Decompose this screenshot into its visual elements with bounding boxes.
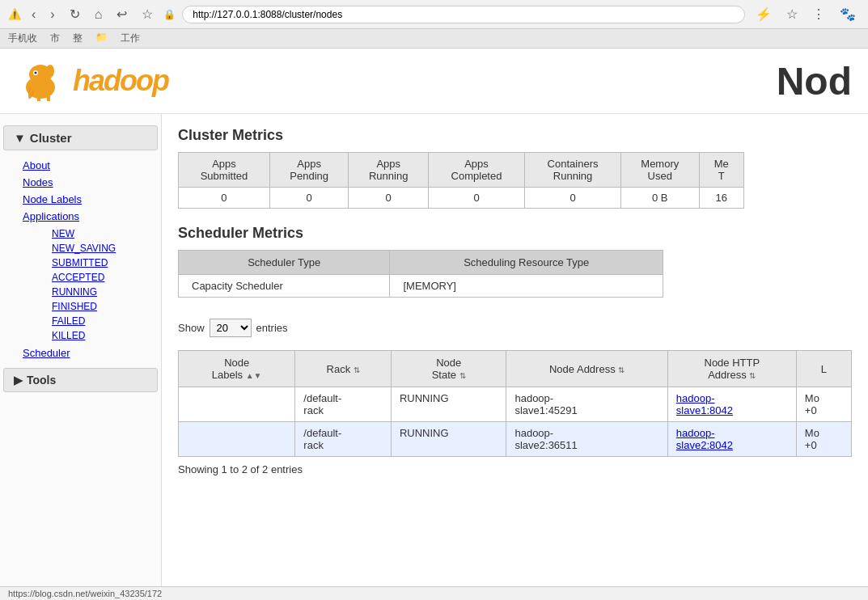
cluster-links: About Nodes Node Labels Applications NEW…: [0, 154, 161, 365]
sort-rack-icon: ⇅: [354, 365, 360, 374]
show-entries-control: Show 10 20 25 50 100 entries: [178, 314, 852, 342]
cell-last-1: Mo+0: [796, 387, 851, 422]
cell-last-2: Mo+0: [796, 422, 851, 457]
url-bar[interactable]: [182, 6, 745, 23]
cluster-metrics-table: AppsSubmitted AppsPending AppsRunning Ap…: [178, 152, 744, 209]
main-content: Cluster Metrics AppsSubmitted AppsPendin…: [162, 114, 868, 600]
applications-sub-links: NEW NEW_SAVING SUBMITTED ACCEPTED RUNNIN…: [16, 225, 161, 344]
sidebar-item-accepted[interactable]: ACCEPTED: [49, 270, 161, 285]
col-scheduling-resource-type: Scheduling Resource Type: [390, 251, 663, 275]
more-button[interactable]: ⋮: [808, 5, 829, 23]
back-button[interactable]: ‹: [28, 6, 40, 23]
col-last: L: [796, 351, 851, 387]
node-http-link-1[interactable]: hadoop-slave1:8042: [676, 392, 733, 416]
table-row: /default-rack RUNNING hadoop-slave2:3651…: [179, 422, 852, 457]
col-scheduler-type: Scheduler Type: [179, 251, 390, 275]
sidebar-item-submitted[interactable]: SUBMITTED: [49, 256, 161, 270]
sidebar-item-failed[interactable]: FAILED: [49, 314, 161, 328]
cell-node-labels-1: [179, 387, 295, 422]
tools-label: Tools: [27, 374, 56, 387]
svg-point-3: [35, 72, 37, 74]
val-scheduling-resource-type: [MEMORY]: [390, 275, 663, 298]
undo-button[interactable]: ↩: [112, 5, 131, 23]
cell-address-2: hadoop-slave2:36511: [506, 422, 667, 457]
node-http-link-2[interactable]: hadoop-slave2:8042: [676, 427, 733, 451]
val-memory-used: 0 B: [621, 188, 699, 209]
security-icon: 🔒: [163, 9, 176, 20]
sidebar-item-node-labels[interactable]: Node Labels: [16, 191, 161, 208]
page-header: hadoop Nod: [0, 49, 868, 114]
col-apps-pending: AppsPending: [269, 153, 349, 188]
toolbar-item-folder: 📁: [95, 32, 108, 45]
val-containers-running: 0: [525, 188, 621, 209]
val-apps-submitted: 0: [179, 188, 270, 209]
cell-state-1: RUNNING: [391, 387, 506, 422]
sort-node-labels-icon: ▲▼: [246, 371, 262, 380]
col-apps-submitted: AppsSubmitted: [179, 153, 270, 188]
sidebar-item-new[interactable]: NEW: [49, 226, 161, 241]
page-title: Nod: [777, 59, 852, 104]
scheduler-metrics-title: Scheduler Metrics: [178, 225, 852, 242]
user-button[interactable]: 🐾: [836, 5, 860, 23]
col-node-state: NodeState ⇅: [391, 351, 506, 387]
col-apps-running: AppsRunning: [349, 153, 429, 188]
sidebar-item-new-saving[interactable]: NEW_SAVING: [49, 241, 161, 256]
cell-rack-2: /default-rack: [295, 422, 392, 457]
sidebar-item-finished[interactable]: FINISHED: [49, 299, 161, 314]
nodes-table: NodeLabels ▲▼ Rack ⇅ NodeState ⇅ Node Ad…: [178, 350, 852, 457]
col-rack: Rack ⇅: [295, 351, 392, 387]
extensions-button[interactable]: ⚡: [752, 5, 776, 23]
col-memory-used: MemoryUsed: [621, 153, 699, 188]
sidebar-item-nodes[interactable]: Nodes: [16, 174, 161, 191]
hadoop-logo: hadoop: [16, 57, 168, 105]
star-button[interactable]: ☆: [782, 5, 802, 23]
col-node-address: Node Address ⇅: [506, 351, 667, 387]
hadoop-elephant-icon: [16, 57, 65, 105]
browser-chrome: ⚠️ ‹ › ↻ ⌂ ↩ ☆ 🔒 ⚡ ☆ ⋮ 🐾: [0, 0, 868, 29]
col-node-http-address: Node HTTPAddress ⇅: [667, 351, 796, 387]
forward-button[interactable]: ›: [46, 6, 58, 23]
svg-point-4: [46, 65, 54, 78]
toolbar-item-phone: 手机收: [8, 32, 37, 45]
cluster-arrow-icon: ▼: [14, 131, 26, 145]
sidebar: ▼ Cluster About Nodes Node Labels Applic…: [0, 114, 162, 600]
scheduler-metrics-table: Scheduler Type Scheduling Resource Type …: [178, 250, 663, 298]
val-apps-pending: 0: [269, 188, 349, 209]
favicon-icon: ⚠️: [8, 8, 21, 20]
entries-select[interactable]: 10 20 25 50 100: [210, 319, 252, 337]
sort-http-icon: ⇅: [749, 371, 756, 380]
sidebar-item-applications[interactable]: Applications: [16, 208, 161, 225]
main-layout: ▼ Cluster About Nodes Node Labels Applic…: [0, 114, 868, 600]
sort-address-icon: ⇅: [618, 365, 625, 374]
col-containers-running: ContainersRunning: [525, 153, 621, 188]
cluster-label: Cluster: [30, 131, 72, 145]
sidebar-item-scheduler[interactable]: Scheduler: [16, 344, 161, 361]
status-bar: https://blog.csdn.net/weixin_43235/172: [0, 586, 868, 600]
table-footer: Showing 1 to 2 of 2 entries: [178, 463, 852, 475]
val-memory-total: 16: [699, 188, 743, 209]
cell-http-2: hadoop-slave2:8042: [667, 422, 796, 457]
refresh-button[interactable]: ↻: [66, 5, 84, 23]
val-apps-running: 0: [349, 188, 429, 209]
sidebar-item-killed[interactable]: KILLED: [49, 328, 161, 343]
bookmark-button[interactable]: ☆: [138, 5, 157, 23]
toolbar-item-work: 工作: [121, 32, 140, 45]
cluster-section[interactable]: ▼ Cluster: [3, 125, 158, 150]
entries-label: entries: [256, 322, 288, 334]
cell-state-2: RUNNING: [391, 422, 506, 457]
home-button[interactable]: ⌂: [91, 6, 107, 23]
val-scheduler-type: Capacity Scheduler: [179, 275, 390, 298]
show-label: Show: [178, 322, 205, 334]
sidebar-item-about[interactable]: About: [16, 157, 161, 174]
browser-toolbar: 手机收 市 整 📁 工作: [0, 29, 868, 49]
table-row: /default-rack RUNNING hadoop-slave1:4529…: [179, 387, 852, 422]
sort-state-icon: ⇅: [459, 371, 466, 380]
sidebar-item-running[interactable]: RUNNING: [49, 285, 161, 299]
col-memory-total: MeT: [699, 153, 743, 188]
metrics-row: 0 0 0 0 0 0 B 16: [179, 188, 744, 209]
val-apps-completed: 0: [428, 188, 524, 209]
status-url: https://blog.csdn.net/weixin_43235/172: [8, 589, 162, 598]
cell-http-1: hadoop-slave1:8042: [667, 387, 796, 422]
tools-arrow-icon: ▶: [14, 374, 23, 387]
tools-section[interactable]: ▶ Tools: [3, 368, 158, 392]
